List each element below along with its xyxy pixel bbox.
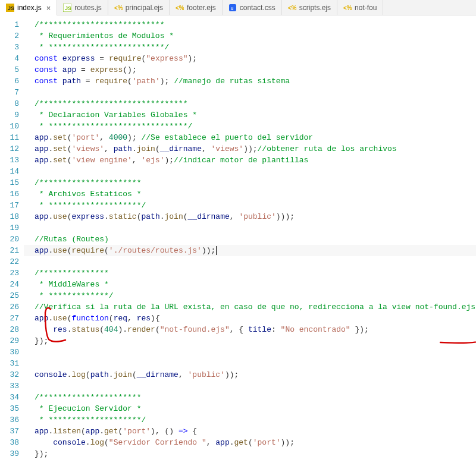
code-line[interactable]: * Declaracion Variables Globales * — [24, 109, 476, 121]
js-alt-icon: JS — [63, 4, 71, 12]
code-line[interactable]: /*************************** — [24, 19, 476, 30]
token-p: ( — [104, 438, 109, 447]
token-p: ){ — [151, 314, 160, 323]
code-line[interactable]: res.status(404).render("not-found.ejs", … — [24, 324, 476, 335]
token-p: ); — [160, 77, 174, 86]
token-p: ))); — [276, 212, 295, 221]
code-line[interactable]: //Verifica si la ruta de la URL exista, … — [24, 301, 476, 313]
code-line[interactable]: }); — [24, 335, 476, 347]
tab-routes-js[interactable]: JSroutes.js — [57, 0, 108, 15]
code-line[interactable]: app.use(require('./routes/routes.js')); — [24, 245, 476, 256]
line-number: 32 — [0, 369, 19, 380]
token-p: (); — [123, 65, 136, 74]
code-line[interactable]: /*************** — [24, 267, 476, 279]
line-number: 1 — [0, 19, 19, 30]
token-sp — [58, 77, 62, 86]
code-line[interactable]: * Ejecucion Servidor * — [24, 403, 476, 414]
token-cmt: * ********************/ — [35, 201, 146, 210]
line-number: 24 — [0, 279, 19, 290]
tab-not-fou[interactable]: <%not-fou — [337, 0, 383, 15]
token-cmt: /********************** — [35, 178, 141, 187]
code-line[interactable]: const app = express(); — [24, 64, 476, 75]
tab-index-js[interactable]: JSindex.js× — [0, 0, 57, 15]
token-p: = — [99, 54, 104, 63]
code-line[interactable] — [24, 256, 476, 267]
token-str: "No encontrado" — [281, 325, 350, 334]
token-id: app — [86, 427, 99, 436]
css-icon: # — [228, 4, 237, 12]
token-p: . — [160, 212, 165, 221]
code-line[interactable] — [24, 347, 476, 358]
code-line[interactable]: app.set('views', path.join(__dirname, 'v… — [24, 143, 476, 155]
ejs-icon: <% — [288, 4, 296, 12]
svg-text:<%: <% — [114, 5, 123, 11]
line-number: 9 — [0, 109, 19, 121]
token-p: . — [104, 212, 109, 221]
line-number: 34 — [0, 392, 19, 403]
tab-principal-ejs[interactable]: <%principal.ejs — [108, 0, 170, 15]
code-line[interactable]: app.listen(app.get('port'), () => { — [24, 426, 476, 437]
token-str: 'view engine' — [71, 156, 131, 165]
code-editor[interactable]: 1234567891011121314151617181920212223242… — [0, 15, 476, 459]
line-number: 28 — [0, 324, 19, 335]
code-line[interactable]: console.log(path.join(__dirname, 'public… — [24, 369, 476, 380]
code-line[interactable]: }); — [24, 448, 476, 459]
code-line[interactable]: app.use(function(req, res){ — [24, 313, 476, 324]
code-line[interactable] — [24, 380, 476, 392]
token-sp — [35, 325, 53, 334]
code-line[interactable]: const express = require("express"); — [24, 53, 476, 64]
token-id: app — [35, 212, 48, 221]
token-fn: log — [71, 370, 85, 379]
code-line[interactable]: * ******************************/ — [24, 121, 476, 132]
code-line[interactable] — [24, 222, 476, 234]
code-line[interactable]: * Archivos Estaticos * — [24, 188, 476, 200]
tab-scripts-ejs[interactable]: <%scripts.ejs — [282, 0, 337, 15]
code-line[interactable]: /********************** — [24, 177, 476, 188]
token-id: express — [71, 212, 104, 221]
token-id: title — [248, 325, 271, 334]
code-line[interactable]: * ********************/ — [24, 200, 476, 211]
code-line[interactable]: * MiddleWares * — [24, 279, 476, 290]
line-number: 7 — [0, 87, 19, 98]
code-line[interactable]: /******************************** — [24, 98, 476, 109]
code-line[interactable]: * *************/ — [24, 290, 476, 301]
token-cmt: /*************** — [35, 269, 109, 278]
code-area[interactable]: /*************************** * Requerimi… — [24, 15, 476, 459]
line-number: 31 — [0, 358, 19, 369]
code-line[interactable]: /********************** — [24, 392, 476, 403]
code-line[interactable]: app.set('view engine', 'ejs');//indicar … — [24, 155, 476, 166]
close-icon[interactable]: × — [46, 4, 51, 12]
line-number: 25 — [0, 290, 19, 301]
tab-footer-ejs[interactable]: <%footer.ejs — [170, 0, 223, 15]
line-number: 12 — [0, 143, 19, 155]
token-id: console — [35, 370, 67, 379]
code-line[interactable]: //Rutas (Routes) — [24, 234, 476, 245]
token-p: ( — [155, 144, 160, 153]
code-line[interactable]: app.set('port', 4000); //Se establece el… — [24, 132, 476, 143]
code-line[interactable]: app.use(express.static(path.join(__dirna… — [24, 211, 476, 222]
token-p: ( — [127, 77, 132, 86]
code-line[interactable] — [24, 87, 476, 98]
code-line[interactable]: console.log("Servidor Corriendo ", app.g… — [24, 437, 476, 448]
code-line[interactable]: * Requerimientos de Modulos * — [24, 30, 476, 42]
code-line[interactable] — [24, 358, 476, 369]
line-number: 13 — [0, 155, 19, 166]
token-p: . — [230, 438, 234, 447]
token-fn: log — [90, 438, 104, 447]
code-line[interactable] — [24, 166, 476, 177]
token-cmt: * ******************************/ — [35, 122, 192, 131]
token-p: . — [132, 144, 137, 153]
line-number: 26 — [0, 301, 19, 313]
code-line[interactable]: * ********************/ — [24, 414, 476, 426]
token-id: app — [35, 314, 48, 323]
token-p: ( — [183, 212, 188, 221]
token-str: 'port' — [71, 133, 99, 142]
line-number: 39 — [0, 448, 19, 459]
tab-contact-css[interactable]: #contact.css — [223, 0, 282, 15]
token-p: ( — [132, 370, 137, 379]
line-number: 4 — [0, 53, 19, 64]
code-line[interactable]: const path = require('path'); //manejo d… — [24, 75, 476, 87]
code-line[interactable]: * *************************/ — [24, 42, 476, 53]
line-number: 36 — [0, 414, 19, 426]
token-cmt: * Declaracion Variables Globales * — [35, 111, 197, 119]
